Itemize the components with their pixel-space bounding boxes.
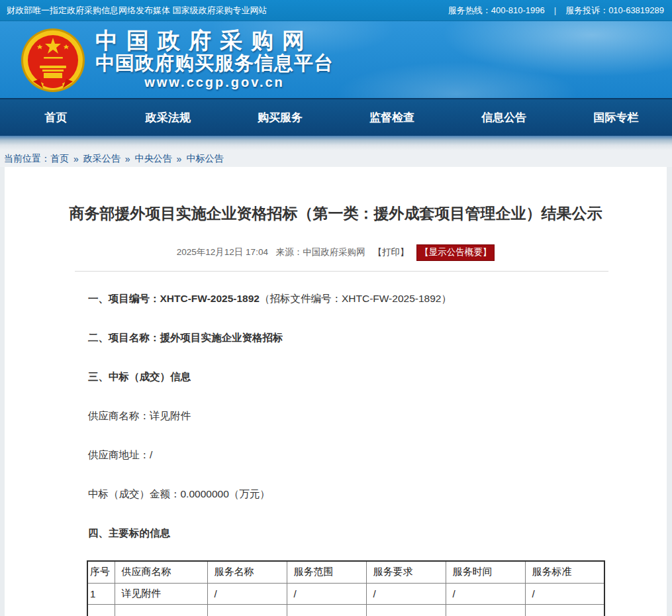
print-button[interactable]: 【打印】 — [373, 247, 408, 257]
site-subtitle: 中国政府购买服务信息平台 — [95, 53, 334, 73]
col-header-service-standard: 服务标准 — [525, 561, 604, 583]
main-nav: 首页 政采法规 购买服务 监督检查 信息公告 国际专栏 — [0, 98, 672, 136]
site-name: 中国政府采购网 — [95, 29, 334, 52]
topbar: 财政部唯一指定政府采购信息网络发布媒体 国家级政府采购专业网站 服务热线：400… — [0, 0, 672, 21]
main-subject-table: 序号 供应商名称 服务名称 服务范围 服务要求 服务时间 服务标准 1 详见附件… — [87, 560, 605, 616]
topbar-separator: | — [554, 5, 556, 15]
nav-item-regulations[interactable]: 政采法规 — [112, 99, 224, 136]
article-panel: 商务部援外项目实施企业资格招标（第一类：援外成套项目管理企业）结果公示 2025… — [5, 167, 667, 616]
article-meta: 2025年12月12日 17:04 来源：中国政府采购网 【打印】 【显示公告概… — [5, 244, 667, 261]
col-header-supplier: 供应商名称 — [115, 561, 207, 583]
nav-fade-strip — [0, 136, 672, 150]
table-row: 1 详见附件 / / / / / — [87, 583, 604, 604]
nav-item-purchase-services[interactable]: 购买服务 — [224, 99, 336, 136]
service-complaint: 服务投诉：010-63819289 — [565, 5, 664, 17]
table-row-empty — [87, 604, 604, 616]
breadcrumb-item-award-notices[interactable]: 中标公告 — [186, 153, 223, 165]
divider — [75, 271, 608, 272]
breadcrumb-separator: » — [73, 154, 79, 164]
paragraph-award-info-heading: 三、中标（成交）信息 — [88, 370, 667, 384]
breadcrumb-separator: » — [125, 154, 130, 164]
site-logo[interactable]: 中国政府采购网 中国政府购买服务信息平台 www.ccgp.gov.cn — [20, 26, 334, 93]
paragraph-project-number: 一、项目编号：XHTC-FW-2025-1892（招标文件编号：XHTC-FW-… — [88, 292, 667, 306]
breadcrumb-separator: » — [177, 154, 182, 164]
site-url: www.ccgp.gov.cn — [95, 75, 334, 90]
breadcrumb-item-central-notices[interactable]: 中央公告 — [135, 153, 172, 165]
table-header-row: 序号 供应商名称 服务名称 服务范围 服务要求 服务时间 服务标准 — [87, 561, 604, 583]
nav-item-home[interactable]: 首页 — [0, 99, 112, 136]
col-header-service-scope: 服务范围 — [287, 561, 366, 583]
nav-item-international[interactable]: 国际专栏 — [560, 99, 672, 136]
col-header-service-name: 服务名称 — [207, 561, 287, 583]
col-header-service-time: 服务时间 — [446, 561, 525, 583]
nav-item-announcements[interactable]: 信息公告 — [448, 99, 560, 136]
topbar-slogan: 财政部唯一指定政府采购信息网络发布媒体 国家级政府采购专业网站 — [7, 5, 267, 17]
nav-item-supervision[interactable]: 监督检查 — [336, 99, 448, 136]
page-title: 商务部援外项目实施企业资格招标（第一类：援外成套项目管理企业）结果公示 — [5, 167, 667, 224]
breadcrumb-prefix: 当前位置： — [4, 153, 50, 165]
publish-datetime: 2025年12月12日 17:04 — [177, 247, 268, 257]
col-header-service-requirement: 服务要求 — [366, 561, 446, 583]
service-hotline: 服务热线：400-810-1996 — [448, 5, 545, 17]
paragraph-award-amount: 中标（成交）金额：0.0000000（万元） — [88, 488, 667, 501]
breadcrumb-item-home[interactable]: 首页 — [50, 153, 69, 165]
national-emblem-icon — [20, 27, 86, 93]
paragraph-supplier-address: 供应商地址：/ — [88, 448, 667, 462]
breadcrumb: 当前位置： 首页 » 政采公告 » 中央公告 » 中标公告 — [0, 150, 672, 167]
site-header: 中国政府采购网 中国政府购买服务信息平台 www.ccgp.gov.cn — [0, 21, 672, 98]
paragraph-supplier-name: 供应商名称：详见附件 — [88, 409, 667, 423]
col-header-index: 序号 — [87, 561, 115, 583]
breadcrumb-item-procurement-notices[interactable]: 政采公告 — [83, 153, 120, 165]
paragraph-project-name: 二、项目名称：援外项目实施企业资格招标 — [88, 331, 667, 345]
article-source: 来源：中国政府采购网 — [276, 247, 365, 257]
show-summary-button[interactable]: 【显示公告概要】 — [416, 244, 495, 261]
paragraph-main-subject-heading: 四、主要标的信息 — [88, 527, 667, 540]
article-body: 一、项目编号：XHTC-FW-2025-1892（招标文件编号：XHTC-FW-… — [88, 292, 667, 540]
